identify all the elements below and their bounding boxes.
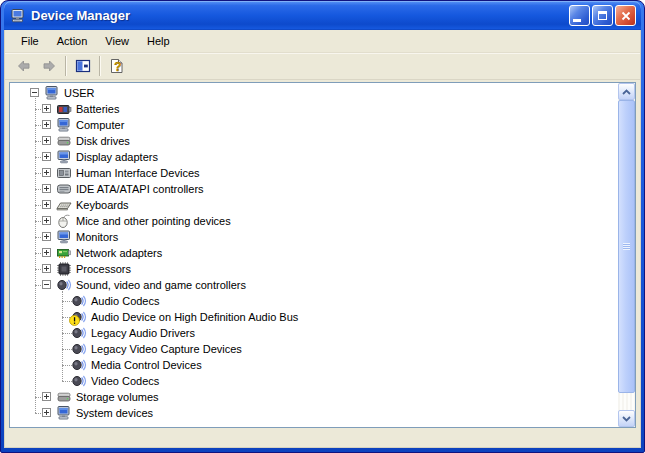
forward-arrow-icon xyxy=(41,58,57,74)
tree-item-label: USER xyxy=(64,85,95,101)
client-area: File Action View Help ? xyxy=(4,30,641,448)
help-icon: ? xyxy=(109,58,125,74)
back-button[interactable] xyxy=(11,55,36,77)
tree-item-label: Audio Codecs xyxy=(91,293,160,309)
tree-item-label: Network adapters xyxy=(76,245,162,261)
tree-item[interactable]: Keyboards xyxy=(10,197,618,213)
expand-toggle[interactable] xyxy=(42,232,51,241)
tree-item[interactable]: Video Codecs xyxy=(10,373,618,389)
tree-item[interactable]: Legacy Video Capture Devices xyxy=(10,341,618,357)
expand-toggle[interactable] xyxy=(42,120,51,129)
minimize-icon xyxy=(573,19,581,22)
tree-item-label: Display adapters xyxy=(76,149,158,165)
processor-icon xyxy=(56,261,72,277)
tree-item-label: Keyboards xyxy=(76,197,129,213)
expand-toggle[interactable] xyxy=(42,408,51,417)
tree-item[interactable]: System devices xyxy=(10,405,618,421)
menu-item-view[interactable]: View xyxy=(96,32,138,50)
device-manager-app-icon xyxy=(10,8,26,24)
title-bar: Device Manager xyxy=(4,1,641,30)
toolbar-separator xyxy=(65,56,66,76)
forward-button[interactable] xyxy=(36,55,61,77)
expand-toggle[interactable] xyxy=(42,216,51,225)
tree-item[interactable]: Disk drives xyxy=(10,133,618,149)
tree-item-label: Disk drives xyxy=(76,133,130,149)
sound-icon xyxy=(71,325,87,341)
network-icon xyxy=(56,245,72,261)
back-arrow-icon xyxy=(16,58,32,74)
close-icon xyxy=(621,11,631,21)
tree-item[interactable]: Human Interface Devices xyxy=(10,165,618,181)
tree-item[interactable]: Display adapters xyxy=(10,149,618,165)
tree-item-label: Media Control Devices xyxy=(91,357,202,373)
toolbar-separator xyxy=(99,56,100,76)
close-button[interactable] xyxy=(615,5,636,26)
tree-item[interactable]: Media Control Devices xyxy=(10,357,618,373)
tree-item-label: Legacy Video Capture Devices xyxy=(91,341,242,357)
chevron-down-icon xyxy=(622,416,631,422)
tree-item[interactable]: Audio Device on High Definition Audio Bu… xyxy=(10,309,618,325)
help-button[interactable]: ? xyxy=(104,55,129,77)
menu-item-help[interactable]: Help xyxy=(138,32,179,50)
tree-item[interactable]: Mice and other pointing devices xyxy=(10,213,618,229)
tree-item[interactable]: Storage volumes xyxy=(10,389,618,405)
expand-toggle[interactable] xyxy=(42,136,51,145)
tree-item-label: Legacy Audio Drivers xyxy=(91,325,195,341)
vertical-scrollbar[interactable] xyxy=(618,83,635,427)
maximize-button[interactable] xyxy=(592,5,613,26)
show-console-tree-button[interactable] xyxy=(70,55,95,77)
status-bar xyxy=(5,429,640,447)
tree-item[interactable]: IDE ATA/ATAPI controllers xyxy=(10,181,618,197)
tree-item[interactable]: Monitors xyxy=(10,229,618,245)
sound-icon xyxy=(71,341,87,357)
tree-item-label: Video Codecs xyxy=(91,373,159,389)
expand-toggle[interactable] xyxy=(42,104,51,113)
expand-toggle[interactable] xyxy=(42,152,51,161)
tree-item[interactable]: Processors xyxy=(10,261,618,277)
tree-item[interactable]: Audio Codecs xyxy=(10,293,618,309)
disk-icon xyxy=(56,133,72,149)
scroll-down-button[interactable] xyxy=(618,410,635,427)
display-icon xyxy=(56,149,72,165)
sound-icon xyxy=(56,277,72,293)
menu-item-action[interactable]: Action xyxy=(48,32,97,50)
sound-icon xyxy=(71,357,87,373)
sound-icon xyxy=(71,309,87,325)
computer-icon xyxy=(56,117,72,133)
sound-icon xyxy=(71,373,87,389)
disk-icon xyxy=(56,389,72,405)
tree-item[interactable]: Batteries xyxy=(10,101,618,117)
window-title: Device Manager xyxy=(31,8,569,23)
scrollbar-thumb[interactable] xyxy=(618,100,635,393)
expand-toggle[interactable] xyxy=(42,248,51,257)
tree-item[interactable]: Computer xyxy=(10,117,618,133)
tree-item-label: Audio Device on High Definition Audio Bu… xyxy=(91,309,298,325)
collapse-toggle[interactable] xyxy=(42,280,51,289)
expand-toggle[interactable] xyxy=(42,392,51,401)
expand-toggle[interactable] xyxy=(42,168,51,177)
expand-toggle[interactable] xyxy=(42,200,51,209)
device-tree: USERBatteriesComputerDisk drivesDisplay … xyxy=(10,83,618,427)
scroll-up-button[interactable] xyxy=(618,83,635,100)
toolbar: ? xyxy=(5,53,640,80)
menu-item-file[interactable]: File xyxy=(12,32,48,50)
maximize-icon xyxy=(598,11,607,20)
computer-icon xyxy=(56,405,72,421)
tree-item-label: Batteries xyxy=(76,101,119,117)
tree-item-label: Mice and other pointing devices xyxy=(76,213,231,229)
tree-item-label: Computer xyxy=(76,117,124,133)
svg-text:?: ? xyxy=(114,60,121,74)
expand-toggle[interactable] xyxy=(42,264,51,273)
tree-item[interactable]: USER xyxy=(10,85,618,101)
collapse-toggle[interactable] xyxy=(30,88,39,97)
menu-bar: File Action View Help xyxy=(5,30,640,53)
scrollbar-track[interactable] xyxy=(618,100,635,410)
tree-item-label: Sound, video and game controllers xyxy=(76,277,246,293)
minimize-button[interactable] xyxy=(569,5,590,26)
tree-item-label: Human Interface Devices xyxy=(76,165,200,181)
tree-item[interactable]: Legacy Audio Drivers xyxy=(10,325,618,341)
expand-toggle[interactable] xyxy=(42,184,51,193)
tree-item[interactable]: Sound, video and game controllers xyxy=(10,277,618,293)
tree-item[interactable]: Network adapters xyxy=(10,245,618,261)
tree-item-label: Monitors xyxy=(76,229,118,245)
